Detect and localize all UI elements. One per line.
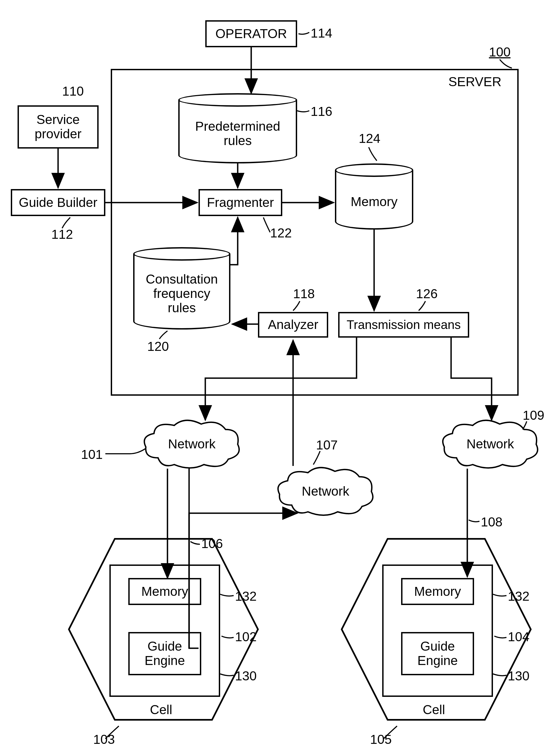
cell1-label: Cell [150,702,172,717]
analyzer-box: Analyzer [258,312,328,338]
network3-label: Network [466,437,514,451]
cell2-guide-engine-ref: 130 [508,668,530,683]
analyzer-ref: 118 [293,286,315,301]
service-provider-ref: 110 [62,84,84,99]
operator-box: OPERATOR [205,20,297,47]
transmission-label: Transmission means [346,318,461,332]
operator-label: OPERATOR [216,27,287,41]
guide-builder-ref: 112 [51,227,73,242]
cell1-guide-engine-box: Guide Engine [128,632,201,675]
cell2-memory-label: Memory [414,584,461,599]
cell1-ref: 103 [93,732,115,747]
guide-builder-box: Guide Builder [11,189,105,216]
predetermined-rules-ref: 116 [311,104,332,119]
memory-server-cylinder: Memory [335,163,413,230]
service-provider-label: Service provider [35,113,81,141]
cell1-arrow-ref: 106 [201,536,223,551]
network3-ref: 109 [523,408,544,423]
cell2-hexagon: Memory Guide Engine Cell [339,536,534,722]
cell2-ref: 105 [370,732,392,747]
network2-cloud: Network [276,465,376,519]
cell2-label: Cell [423,702,445,717]
memory-server-label: Memory [350,195,397,209]
cell1-hexagon: Memory Guide Engine Cell [66,536,261,722]
cell1-inner-ref: 102 [235,629,257,644]
cell1-guide-engine-label: Guide Engine [145,639,185,668]
cell1-memory-label: Memory [141,584,188,599]
cell2-memory-ref: 132 [508,589,530,604]
fragmenter-ref: 122 [270,226,292,240]
consultation-label: Consultation frequency rules [146,272,218,315]
fragmenter-box: Fragmenter [199,189,282,216]
cell2-guide-engine-box: Guide Engine [401,632,474,675]
server-ref: 100 [489,45,510,59]
cell1-memory-box: Memory [128,578,201,605]
cell1-guide-engine-ref: 130 [235,668,257,683]
network2-ref: 107 [316,438,338,452]
memory-server-ref: 124 [359,131,380,146]
cell2-guide-engine-label: Guide Engine [417,639,457,668]
guide-builder-label: Guide Builder [19,195,98,210]
analyzer-label: Analyzer [268,317,319,332]
diagram-canvas: OPERATOR 114 SERVER 100 Service provider… [0,0,554,756]
network2-label: Network [302,484,349,498]
server-label: SERVER [448,74,502,89]
operator-ref: 114 [311,26,332,41]
network1-cloud: Network [142,417,242,471]
predetermined-rules-label: Predetermined rules [195,119,280,148]
service-provider-box: Service provider [17,105,99,149]
network3-cloud: Network [440,417,540,471]
cell2-inner-ref: 104 [508,629,530,644]
cell2-arrow-ref: 108 [481,515,502,529]
fragmenter-label: Fragmenter [207,195,274,210]
cell2-memory-box: Memory [401,578,474,605]
network1-label: Network [168,437,216,451]
transmission-box: Transmission means [338,312,469,338]
network1-ref: 101 [81,447,103,462]
cell1-memory-ref: 132 [235,589,257,604]
predetermined-rules-cylinder: Predetermined rules [178,93,297,163]
consultation-cylinder: Consultation frequency rules [133,247,230,330]
transmission-ref: 126 [416,286,438,301]
consultation-ref: 120 [147,339,169,354]
